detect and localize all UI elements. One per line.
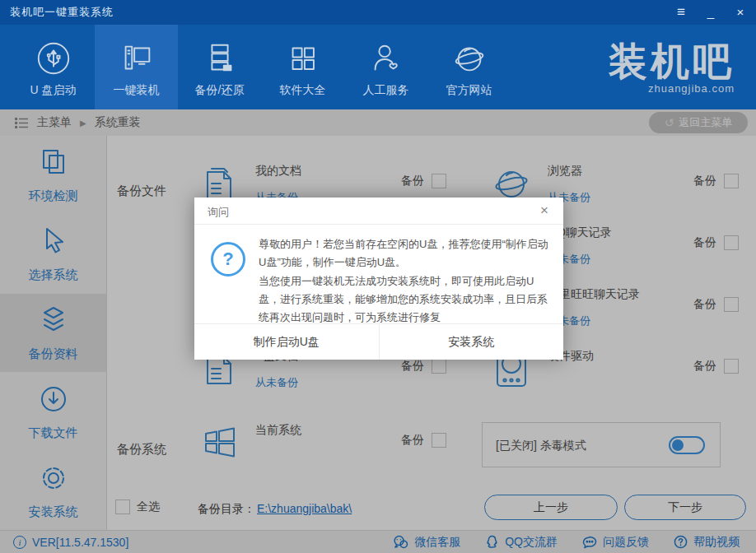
minimize-icon[interactable]: _ [702, 0, 720, 25]
install-system-button[interactable]: 安装系统 [380, 324, 564, 360]
question-mark-icon: ? [211, 242, 245, 276]
make-boot-usb-button[interactable]: 制作启动U盘 [194, 324, 380, 360]
close-icon[interactable]: × [731, 0, 749, 25]
dialog-title: 询问 [208, 205, 229, 220]
nav-label: 人工服务 [363, 83, 409, 98]
dialog-paragraph: 尊敬的用户！若您当前存在空闲的U盘，推荐您使用“制作启动U盘”功能，制作一键启动… [259, 235, 548, 272]
brand-logo: 装机吧 zhuangjiba.com [609, 35, 735, 95]
dialog-paragraph: 当您使用一键装机无法成功安装系统时，即可使用此启动U盘，进行系统重装，能够增加您… [259, 272, 548, 328]
nav-label: 一键装机 [114, 83, 160, 98]
top-nav: U 盘启动 一键装机 备份/还原 软件大全 人工服务 [0, 25, 756, 109]
computer-icon [116, 37, 157, 80]
dialog-body: ? 尊敬的用户！若您当前存在空闲的U盘，推荐您使用“制作启动U盘”功能，制作一键… [194, 225, 563, 323]
nav-label: 官方网站 [446, 83, 492, 98]
brand-logo-text: 装机吧 [609, 35, 735, 89]
dialog-close-icon[interactable]: × [536, 202, 553, 219]
dialog-footer: 制作启动U盘 安装系统 [194, 323, 563, 360]
nav-item-usb-boot[interactable]: U 盘启动 [12, 25, 95, 109]
app-window: 装机吧一键重装系统 ≡ _ × U 盘启动 一键装机 备份/还原 [0, 0, 756, 553]
server-stack-icon [199, 37, 240, 80]
app-title: 装机吧一键重装系统 [10, 5, 114, 20]
nav-item-backup-restore[interactable]: 备份/还原 [178, 25, 261, 109]
nav-label: 备份/还原 [195, 83, 245, 98]
globe-icon [449, 37, 490, 80]
window-controls: ≡ _ × [672, 0, 749, 25]
nav-item-support[interactable]: 人工服务 [344, 25, 427, 109]
menu-icon[interactable]: ≡ [672, 0, 690, 25]
dialog-message: 尊敬的用户！若您当前存在空闲的U盘，推荐您使用“制作启动U盘”功能，制作一键启动… [259, 235, 548, 323]
nav-label: U 盘启动 [30, 83, 77, 98]
question-dialog: 询问 × ? 尊敬的用户！若您当前存在空闲的U盘，推荐您使用“制作启动U盘”功能… [194, 198, 563, 360]
usb-icon [33, 37, 74, 80]
dialog-title-bar: 询问 × [194, 198, 563, 225]
app-grid-icon [282, 37, 324, 80]
nav-item-software[interactable]: 软件大全 [261, 25, 344, 109]
nav-label: 软件大全 [280, 83, 326, 98]
nav-item-official-site[interactable]: 官方网站 [427, 25, 511, 109]
person-heart-icon [366, 37, 407, 80]
nav-item-one-key-install[interactable]: 一键装机 [95, 25, 178, 109]
title-bar: 装机吧一键重装系统 ≡ _ × [0, 0, 756, 25]
